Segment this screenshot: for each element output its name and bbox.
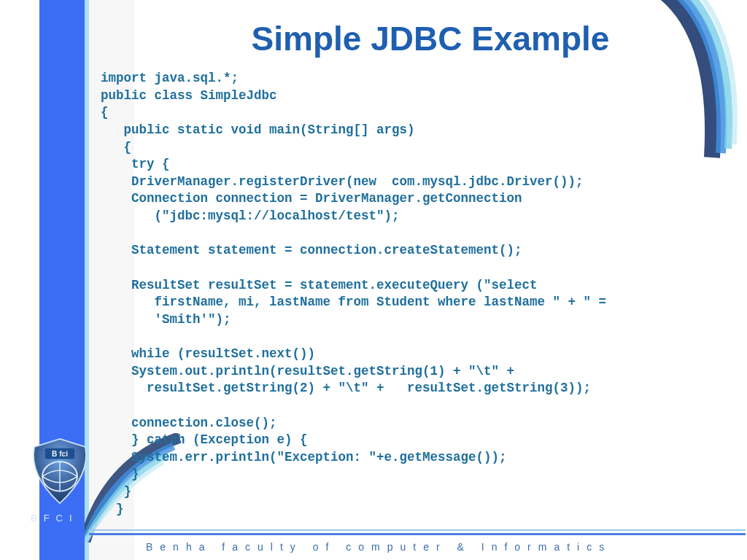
code-block: import java.sql.*; public class SimpleJd… (101, 70, 735, 518)
slide-title: Simple JDBC Example (139, 19, 722, 58)
bfci-label: BFCI (31, 513, 79, 524)
footer-divider (89, 533, 746, 535)
slide: Simple JDBC Example import java.sql.*; p… (0, 0, 747, 560)
footer-divider-light (89, 529, 746, 531)
svg-text:B fci: B fci (52, 450, 68, 458)
bfci-logo: B fci (26, 438, 93, 505)
footer-text: Benha faculty of computer & Informatics (146, 541, 611, 553)
